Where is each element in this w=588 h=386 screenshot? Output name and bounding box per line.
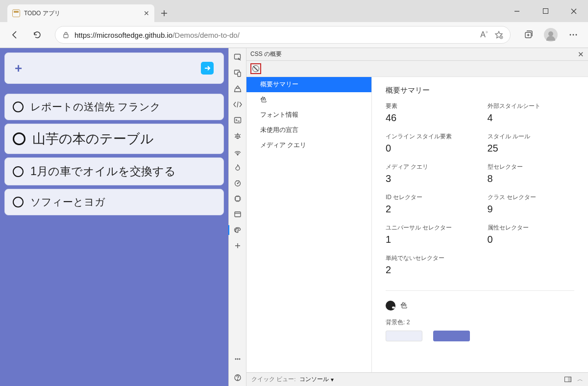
sidebar-item-fonts[interactable]: フォント情報 [246, 107, 371, 123]
palette-icon [386, 301, 395, 310]
svg-point-20 [235, 359, 236, 360]
todo-checkbox-icon[interactable] [13, 132, 25, 145]
sidebar-item-unused[interactable]: 未使用の宣言 [246, 123, 371, 138]
lighthouse-tool-icon[interactable] [231, 161, 245, 174]
url-text[interactable]: https://microsoftedge.github.io/Demos/de… [74, 31, 475, 39]
todo-label: 1月の車でオイルを交換する [30, 164, 176, 179]
svg-point-22 [239, 359, 240, 360]
svg-point-3 [570, 34, 571, 36]
browser-tab[interactable]: TODO アプリ ✕ [7, 4, 154, 22]
help-icon[interactable] [231, 371, 245, 384]
tab-close-icon[interactable]: ✕ [144, 9, 149, 17]
todo-label: ソフィーとヨガ [30, 195, 105, 209]
color-swatch[interactable] [433, 331, 470, 341]
colors-section-heading: 色 [386, 301, 574, 310]
css-overview-tool-icon[interactable] [231, 224, 245, 236]
sidebar-item-summary[interactable]: 概要サマリー [246, 77, 371, 92]
svg-rect-9 [234, 118, 241, 123]
more-tools-icon[interactable] [231, 239, 245, 252]
client-area: + レポートの送信先 フランク 山芋の本のテーブル 1月の車でオイルを交換する … [0, 48, 588, 386]
inspect-tool-icon[interactable] [231, 51, 245, 64]
todo-checkbox-icon[interactable] [13, 197, 24, 207]
profile-avatar[interactable] [542, 26, 560, 44]
window-controls [503, 0, 588, 22]
svg-rect-8 [238, 72, 241, 77]
overview-content[interactable]: 概要サマリー 要素46 外部スタイルシート4 インライン スタイル要素0 スタイ… [372, 77, 588, 372]
todo-list: レポートの送信先 フランク 山芋の本のテーブル 1月の車でオイルを交換する ソフ… [4, 94, 224, 382]
reload-button[interactable] [28, 26, 46, 44]
swatch-row [386, 331, 574, 341]
tab-favicon-icon [12, 9, 20, 17]
summary-heading: 概要サマリー [386, 86, 574, 95]
svg-rect-6 [234, 54, 240, 59]
browser-toolbar: https://microsoftedge.github.io/Demos/de… [0, 22, 588, 48]
svg-rect-0 [64, 34, 68, 38]
tab-title: TODO アプリ [24, 9, 140, 18]
panel-close-icon[interactable]: ✕ [578, 50, 584, 59]
device-toolbar-icon[interactable] [231, 67, 245, 79]
console-tool-icon[interactable] [231, 114, 245, 127]
todo-checkbox-icon[interactable] [13, 102, 24, 112]
favorite-icon[interactable] [494, 30, 503, 39]
todo-item[interactable]: 山芋の本のテーブル [4, 124, 224, 154]
toolbar-right-cluster [519, 26, 582, 44]
svg-rect-15 [235, 212, 241, 217]
todo-label: レポートの送信先 フランク [30, 100, 161, 114]
todo-item[interactable]: レポートの送信先 フランク [4, 94, 224, 120]
plus-icon: + [15, 61, 22, 76]
dock-side-icon[interactable] [564, 377, 571, 382]
submit-todo-button[interactable] [201, 62, 214, 75]
stat-grid: 要素46 外部スタイルシート4 インライン スタイル要素0 スタイル ルール25… [386, 102, 574, 276]
panel-title: CSS の概要 [250, 50, 282, 58]
address-bar[interactable]: https://microsoftedge.github.io/Demos/de… [55, 26, 511, 44]
bgcolor-label: 背景色: 2 [386, 318, 574, 327]
svg-rect-14 [235, 197, 240, 201]
window-maximize-button[interactable] [531, 0, 560, 22]
omnibox-right-icons: A⁾⁾ [480, 30, 503, 39]
new-tab-button[interactable] [154, 4, 174, 22]
todo-item[interactable]: 1月の車でオイルを交換する [4, 157, 224, 185]
panel-toolbar [246, 61, 588, 77]
tab-strip: TODO アプリ ✕ [0, 0, 588, 22]
svg-point-4 [573, 34, 574, 36]
page-content: + レポートの送信先 フランク 山芋の本のテーブル 1月の車でオイルを交換する … [0, 48, 228, 386]
collections-icon[interactable] [519, 26, 537, 44]
svg-point-16 [235, 229, 236, 230]
site-lock-icon[interactable] [62, 31, 70, 39]
read-aloud-icon[interactable]: A⁾⁾ [480, 30, 488, 39]
activity-more-icon[interactable] [231, 353, 245, 365]
clear-overview-button[interactable] [250, 63, 261, 74]
application-tool-icon[interactable] [231, 208, 245, 221]
memory-tool-icon[interactable] [231, 192, 245, 205]
svg-point-11 [237, 154, 238, 155]
new-todo-input[interactable]: + [4, 52, 224, 84]
window-close-button[interactable] [560, 0, 588, 22]
svg-point-13 [237, 183, 238, 184]
window-minimize-button[interactable] [503, 0, 531, 22]
devtools: CSS の概要 ✕ 概要サマリー 色 フォント情報 未使用の宣言 メディア クエ… [228, 48, 588, 386]
clear-icon [252, 65, 259, 72]
todo-checkbox-icon[interactable] [13, 166, 24, 177]
back-button[interactable] [6, 26, 24, 44]
sidebar-item-colors[interactable]: 色 [246, 92, 371, 107]
debugger-tool-icon[interactable] [231, 129, 245, 142]
devtools-activity-bar [229, 48, 246, 386]
css-overview-panel: CSS の概要 ✕ 概要サマリー 色 フォント情報 未使用の宣言 メディア クエ… [246, 48, 588, 386]
quickview-label: クイック ビュー: [251, 376, 295, 383]
svg-point-5 [576, 34, 577, 36]
elements-tool-icon[interactable] [231, 98, 245, 111]
todo-item[interactable]: ソフィーとヨガ [4, 189, 224, 215]
section-divider [386, 290, 574, 291]
svg-point-21 [237, 359, 238, 360]
color-swatch[interactable] [386, 331, 422, 341]
welcome-tool-icon[interactable] [231, 82, 245, 95]
chevron-up-icon[interactable]: ︿ [577, 376, 583, 383]
more-menu-button[interactable] [564, 26, 582, 44]
network-tool-icon[interactable] [231, 145, 245, 158]
panel-header: CSS の概要 ✕ [246, 48, 588, 61]
performance-tool-icon[interactable] [231, 177, 245, 189]
todo-label: 山芋の本のテーブル [32, 130, 154, 148]
quickview-selector[interactable]: コンソール ▾ [299, 376, 334, 383]
sidebar-item-media[interactable]: メディア クエリ [246, 138, 371, 153]
quickview-bar: クイック ビュー: コンソール ▾ ︿ [246, 372, 588, 386]
